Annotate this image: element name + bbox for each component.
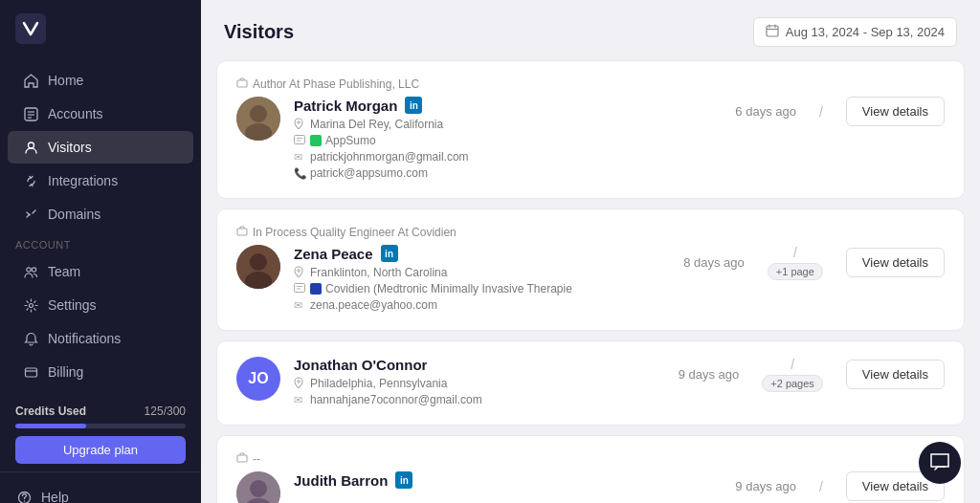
sidebar-item-home[interactable]: Home	[8, 64, 193, 97]
visitors-list: Author At Phase Publishing, LLC Patrick …	[201, 60, 980, 503]
company-dot-zena	[310, 283, 322, 295]
phone-icon-patrick: 📞	[294, 167, 305, 180]
svg-point-7	[29, 303, 33, 307]
card-info-patrick: Patrick Morgan in Marina Del Rey, Califo…	[294, 97, 722, 183]
avatar-judith	[236, 471, 280, 503]
sidebar: Home Accounts Visitors Integrations Doma…	[0, 0, 201, 503]
sidebar-item-team-label: Team	[48, 264, 80, 279]
name-row-judith: Judith Barron in	[294, 471, 722, 489]
card-right-patrick: 6 days ago / View details	[735, 97, 945, 126]
help-icon	[17, 491, 32, 504]
svg-point-35	[250, 480, 267, 497]
card-info-zena: Zena Peace in Franklinton, North Carolin…	[294, 245, 670, 315]
main-header: Visitors Aug 13, 2024 - Sep 13, 2024	[201, 0, 980, 60]
name-row-jonathan: Jonathan O'Connor	[294, 357, 665, 373]
email-icon-patrick: ✉	[294, 151, 305, 164]
company-badge-patrick: AppSumo	[310, 134, 376, 147]
name-row-patrick: Patrick Morgan in	[294, 97, 722, 114]
time-ago-jonathan: 9 days ago	[679, 367, 740, 382]
company-patrick: AppSumo	[294, 134, 722, 147]
linkedin-icon-patrick[interactable]: in	[405, 97, 422, 114]
linkedin-icon-judith[interactable]: in	[395, 471, 412, 489]
accounts-icon	[23, 106, 38, 121]
card-info-jonathan: Jonathan O'Connor Philadelphia, Pennsylv…	[294, 357, 665, 409]
page-title: Visitors	[224, 21, 294, 43]
name-row-zena: Zena Peace in	[294, 245, 670, 262]
location-jonathan: Philadelphia, Pennsylvania	[294, 377, 665, 390]
visitor-card-jonathan: JO Jonathan O'Connor Philadelphia, Penns…	[216, 340, 965, 426]
slash-jonathan: /	[791, 357, 794, 372]
svg-rect-21	[295, 136, 305, 144]
visitor-card-patrick: Author At Phase Publishing, LLC Patrick …	[216, 60, 965, 199]
time-ago-patrick: 6 days ago	[735, 104, 796, 119]
briefcase-icon	[236, 77, 248, 91]
svg-rect-16	[237, 80, 247, 87]
sidebar-item-billing-label: Billing	[48, 364, 83, 380]
linkedin-icon-zena[interactable]: in	[381, 245, 398, 262]
time-ago-judith: 9 days ago	[735, 479, 796, 493]
email-zena: ✉ zena.peace@yahoo.com	[294, 298, 670, 312]
sidebar-item-help[interactable]: Help	[8, 482, 193, 503]
credits-progress-fill	[15, 424, 86, 428]
sidebar-item-team[interactable]: Team	[8, 255, 193, 288]
email-patrick: ✉ patrickjohnmorgan@gmail.com	[294, 150, 722, 164]
company-icon	[294, 135, 305, 146]
view-details-button-jonathan[interactable]: View details	[846, 360, 945, 389]
view-details-button-patrick[interactable]: View details	[846, 97, 945, 126]
billing-icon	[23, 364, 38, 380]
upgrade-plan-button[interactable]: Upgrade plan	[15, 436, 186, 464]
company-zena: Covidien (Medtronic Minimally Invasive T…	[294, 282, 670, 295]
pages-info-zena: / +1 page	[768, 245, 823, 280]
email-icon-jonathan: ✉	[294, 394, 305, 406]
account-section-label: Account	[0, 231, 201, 254]
sidebar-item-settings[interactable]: Settings	[8, 289, 193, 321]
credits-value: 125/300	[145, 405, 186, 418]
main-nav: Home Accounts Visitors Integrations Doma…	[0, 57, 201, 395]
sidebar-item-billing[interactable]: Billing	[8, 356, 193, 388]
visitor-name-judith: Judith Barron	[294, 472, 388, 489]
sidebar-item-domains-label: Domains	[48, 207, 100, 222]
sidebar-item-visitors[interactable]: Visitors	[8, 131, 193, 164]
team-icon	[23, 264, 38, 279]
slash-judith: /	[819, 479, 823, 494]
avatar-zena	[236, 245, 280, 289]
credits-section: Credits Used 125/300 Upgrade plan	[0, 395, 201, 471]
domains-icon	[23, 207, 38, 222]
svg-point-28	[298, 270, 301, 273]
card-info-judith: Judith Barron in	[294, 471, 722, 492]
sidebar-item-accounts[interactable]: Accounts	[8, 98, 193, 130]
card-right-jonathan: 9 days ago / +2 pages View details	[679, 357, 945, 392]
date-range-picker[interactable]: Aug 13, 2024 - Sep 13, 2024	[753, 17, 957, 47]
card-main-row-judith: Judith Barron in 9 days ago / View detai…	[236, 471, 945, 503]
location-zena: Franklinton, North Carolina	[294, 266, 670, 279]
svg-rect-12	[767, 26, 778, 36]
sidebar-item-integrations[interactable]: Integrations	[8, 164, 193, 197]
chat-button[interactable]	[919, 442, 961, 484]
main-content: Visitors Aug 13, 2024 - Sep 13, 2024 Aut…	[201, 0, 980, 503]
svg-point-20	[298, 121, 301, 124]
slash-zena: /	[793, 245, 797, 260]
app-logo	[15, 13, 46, 44]
svg-point-5	[26, 267, 30, 271]
briefcase-icon-judith	[236, 451, 248, 466]
calendar-icon	[766, 24, 779, 40]
sidebar-item-notifications[interactable]: Notifications	[8, 322, 193, 355]
pages-badge-jonathan: +2 pages	[762, 375, 823, 392]
sidebar-item-settings-label: Settings	[48, 297, 97, 313]
time-ago-zena: 8 days ago	[683, 255, 745, 270]
svg-rect-33	[237, 455, 247, 462]
sidebar-item-domains[interactable]: Domains	[8, 198, 193, 230]
card-subtitle-judith: --	[236, 451, 945, 466]
pages-info-judith: /	[819, 479, 823, 494]
briefcase-icon-zena	[236, 225, 248, 239]
settings-icon	[23, 297, 38, 313]
help-label: Help	[41, 490, 69, 503]
email-icon-zena: ✉	[294, 299, 305, 312]
sidebar-item-accounts-label: Accounts	[48, 106, 103, 121]
company-badge-zena: Covidien (Medtronic Minimally Invasive T…	[310, 282, 572, 295]
view-details-button-zena[interactable]: View details	[846, 248, 945, 277]
visitor-name-patrick: Patrick Morgan	[294, 98, 397, 114]
svg-point-4	[28, 142, 33, 148]
sidebar-item-integrations-label: Integrations	[48, 173, 118, 188]
home-icon	[23, 73, 38, 88]
